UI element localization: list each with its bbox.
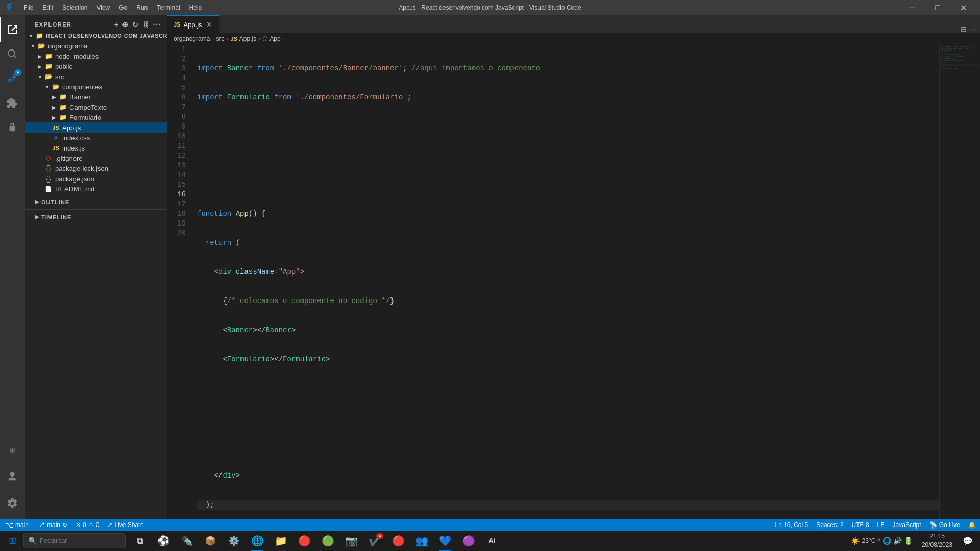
explorer-icon[interactable] <box>0 17 24 42</box>
notification-icon[interactable]: 💬 <box>958 531 978 551</box>
tree-formulario[interactable]: ▶ 📁 Formulario <box>24 112 167 122</box>
taskbar-fileexplorer[interactable]: 📁 <box>270 531 292 551</box>
new-folder-icon[interactable]: ⊕ <box>122 20 129 29</box>
status-encoding[interactable]: UTF-8 <box>848 519 873 531</box>
tree-root[interactable]: ▾ 📁 REACT DESENVOLVENDO COM JAVASCRIPT <box>24 31 167 41</box>
menu-file[interactable]: File <box>19 3 37 12</box>
tree-src[interactable]: ▾ 📂 src <box>24 71 167 82</box>
maximize-button[interactable]: □ <box>926 0 949 15</box>
status-feedback[interactable]: 🔔 <box>964 519 980 531</box>
status-go-live[interactable]: 📡 Go Live <box>925 519 964 531</box>
status-remote[interactable]: ⌥ main <box>0 519 34 531</box>
taskbar-soccer[interactable]: ⚽ <box>152 531 175 551</box>
editor[interactable]: 1 2 3 4 5 6 7 8 9 10 11 12 13 14 15 16 1… <box>167 44 980 519</box>
taskbar-pen[interactable]: ✒️ <box>176 531 198 551</box>
menu-run[interactable]: Run <box>132 3 152 12</box>
close-button[interactable]: ✕ <box>951 0 975 15</box>
refresh-icon[interactable]: ↻ <box>132 20 139 29</box>
menu-view[interactable]: View <box>92 3 114 12</box>
source-control-icon[interactable]: ● <box>0 66 24 91</box>
taskbar-chrome[interactable]: 🔴 <box>293 531 315 551</box>
tree-campotexto[interactable]: ▶ 📁 CampoTexto <box>24 102 167 112</box>
tree-readme[interactable]: ▶ 📄 README.md <box>24 184 167 194</box>
remote-icon[interactable]: ⊕ <box>0 438 24 462</box>
battery-icon[interactable]: 🔋 <box>904 537 913 545</box>
split-editor-icon[interactable]: ⊟ <box>961 25 967 33</box>
taskbar-search[interactable]: 🔍 <box>23 533 126 548</box>
menu-go[interactable]: Go <box>115 3 131 12</box>
extensions-icon[interactable] <box>0 91 24 115</box>
tree-package-lock[interactable]: ▶ {} package-lock.json <box>24 163 167 173</box>
search-input[interactable] <box>40 537 121 544</box>
fileexplorer-icon: 📁 <box>275 535 287 547</box>
timeline-header[interactable]: ▶ TIMELINE <box>24 212 167 222</box>
taskbar-todo[interactable]: ✔️ 4 <box>363 531 386 551</box>
chevron-up-icon[interactable]: ^ <box>877 537 880 544</box>
settings-icon[interactable] <box>0 491 24 515</box>
go-live-label: Go Live <box>939 521 960 529</box>
taskbar-taskview[interactable]: ⧉ <box>129 531 151 551</box>
new-file-icon[interactable]: + <box>114 20 119 29</box>
tree-package-json[interactable]: ▶ {} package.json <box>24 173 167 184</box>
menu-terminal[interactable]: Terminal <box>153 3 184 12</box>
network-icon[interactable]: 🌐 <box>883 537 891 545</box>
status-eol[interactable]: LF <box>873 519 889 531</box>
titlebar-menu[interactable]: File Edit Selection View Go Run Terminal… <box>19 3 206 12</box>
tab-app-js-close[interactable]: ✕ <box>205 20 213 29</box>
more-actions-icon[interactable]: ··· <box>970 25 976 33</box>
tree-componentes[interactable]: ▾ 📂 componentes <box>24 82 167 92</box>
tree-organograma[interactable]: ▾ 📂 organograma <box>24 41 167 51</box>
debug-icon[interactable] <box>0 115 24 140</box>
code-line-8: <div className="App"> <box>197 267 939 277</box>
breadcrumb-appjs[interactable]: App.js <box>239 35 256 42</box>
breadcrumb-src[interactable]: src <box>216 35 224 42</box>
tree-gitignore[interactable]: ▶ ⬡ .gitignore <box>24 153 167 163</box>
status-position[interactable]: Ln 16, Col 5 <box>771 519 813 531</box>
breadcrumb-js-icon: JS <box>230 36 237 42</box>
tab-app-js-icon: JS <box>174 21 180 28</box>
tree-public[interactable]: ▶ 📁 public <box>24 61 167 71</box>
tree-node-modules[interactable]: ▶ 📁 node_modules <box>24 51 167 61</box>
collapse-all-icon[interactable]: ⧛ <box>142 20 150 29</box>
ln-19: 19 <box>167 219 193 229</box>
status-language[interactable]: JavaScript <box>889 519 925 531</box>
status-errors[interactable]: ✕ 0 ⚠ 0 <box>71 519 103 531</box>
taskbar-amazon[interactable]: 📦 <box>199 531 222 551</box>
outline-header[interactable]: ▶ OUTLINE <box>24 196 167 207</box>
status-branch[interactable]: ⎇ main ↻ <box>34 519 71 531</box>
status-liveshare[interactable]: ↗ Live Share <box>103 519 148 531</box>
taskbar-settings[interactable]: ⚙️ <box>223 531 245 551</box>
tree-index-js[interactable]: ▶ JS index.js <box>24 143 167 153</box>
code-area[interactable]: import Banner from './componentes/Banner… <box>193 44 939 519</box>
volume-icon[interactable]: 🔊 <box>893 537 902 545</box>
menu-selection[interactable]: Selection <box>58 3 91 12</box>
taskbar-instagram[interactable]: 📷 <box>340 531 362 551</box>
weather-icon[interactable]: ☀️ <box>851 537 860 545</box>
sidebar: EXPLORER + ⊕ ↻ ⧛ ··· ▾ 📁 REACT DESENVOLV… <box>24 15 167 519</box>
taskbar-green-app[interactable]: 🟢 <box>316 531 339 551</box>
taskbar-ai[interactable]: Ai <box>481 531 503 551</box>
breadcrumb-app[interactable]: App <box>270 35 280 42</box>
start-button[interactable]: ⊞ <box>2 531 22 551</box>
tree-index-css[interactable]: ▶ # index.css <box>24 133 167 143</box>
tree-banner[interactable]: ▶ 📁 Banner <box>24 92 167 102</box>
taskbar-purple-app[interactable]: 🟣 <box>457 531 480 551</box>
status-spaces[interactable]: Spaces: 2 <box>812 519 847 531</box>
taskbar-edge[interactable]: 🌐 <box>246 531 268 551</box>
menu-help[interactable]: Help <box>185 3 206 12</box>
taskbar-teams[interactable]: 👥 <box>410 531 433 551</box>
taskbar-clock[interactable]: 21:15 20/08/2023 <box>917 531 958 551</box>
minimize-button[interactable]: ─ <box>900 0 924 15</box>
taskbar-red-app[interactable]: 🔴 <box>387 531 409 551</box>
menu-edit[interactable]: Edit <box>38 3 57 12</box>
account-icon[interactable] <box>0 464 24 489</box>
red-app-icon: 🔴 <box>392 535 405 547</box>
search-icon[interactable] <box>0 42 24 66</box>
taskbar-vscode[interactable]: 💙 <box>434 531 456 551</box>
more-options-icon[interactable]: ··· <box>153 20 161 29</box>
tab-app-js[interactable]: JS App.js ✕ <box>167 15 220 33</box>
breadcrumb-organograma[interactable]: organograma <box>174 35 210 42</box>
readme-icon: 📄 <box>44 184 53 193</box>
tree-app-js[interactable]: ▶ JS App.js <box>24 122 167 133</box>
app-js-label: App.js <box>62 124 81 132</box>
